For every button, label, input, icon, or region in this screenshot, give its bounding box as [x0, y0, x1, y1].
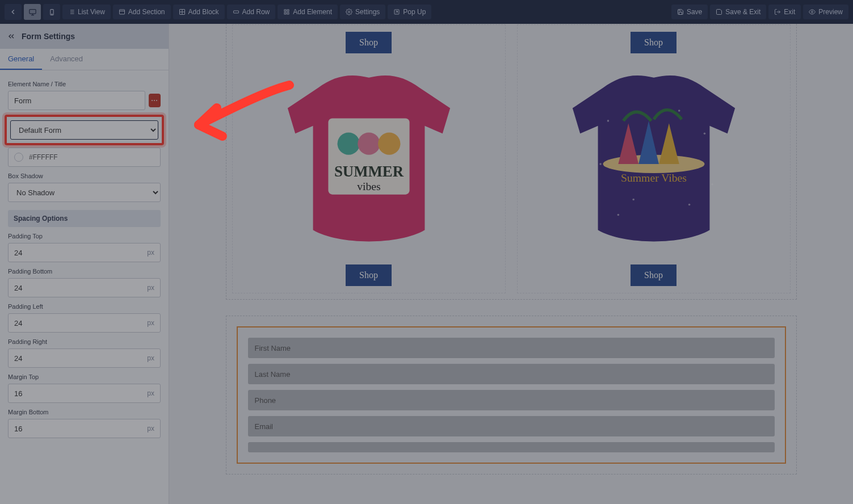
svg-rect-0	[29, 9, 35, 14]
svg-point-15	[358, 132, 380, 154]
padding-top-label: Padding Top	[8, 233, 161, 240]
button-label: Settings	[355, 8, 380, 16]
shop-button[interactable]: Shop	[631, 32, 676, 53]
settings-button[interactable]: Settings	[340, 5, 385, 19]
unit-label: px	[141, 425, 160, 432]
first-name-input[interactable]	[248, 338, 775, 358]
product-image: Summer Vibes	[552, 62, 756, 255]
unit-label: px	[141, 319, 160, 327]
add-section-button[interactable]: Add Section	[113, 5, 171, 19]
product-column[interactable]: Shop Summe	[517, 24, 791, 293]
last-name-input[interactable]	[248, 364, 775, 384]
svg-rect-9	[287, 12, 289, 14]
ellipsis-icon: ⋯	[151, 96, 158, 104]
panel-header: Form Settings	[0, 24, 169, 49]
button-label: Add Section	[128, 8, 165, 16]
svg-rect-6	[284, 10, 286, 11]
save-exit-button[interactable]: Save & Exit	[710, 5, 766, 19]
svg-point-26	[711, 183, 713, 186]
save-exit-icon	[716, 9, 722, 15]
preview-button[interactable]: Preview	[803, 5, 848, 19]
element-name-input[interactable]	[8, 91, 145, 110]
chevron-left-double-icon[interactable]	[7, 32, 16, 41]
shop-button[interactable]: Shop	[346, 264, 392, 286]
list-view-button[interactable]: List View	[62, 5, 111, 19]
box-shadow-label: Box Shadow	[8, 173, 161, 179]
form-field-stub	[248, 442, 775, 452]
form-select[interactable]: Default Form	[10, 120, 158, 140]
mobile-view-button[interactable]	[43, 4, 60, 20]
arrow-left-icon	[9, 8, 17, 16]
bg-color-input[interactable]: #FFFFFF	[8, 148, 161, 167]
list-icon	[68, 9, 75, 15]
color-swatch-icon	[14, 153, 23, 162]
svg-rect-7	[287, 10, 289, 11]
button-label: Add Block	[188, 8, 219, 16]
form-section[interactable]	[226, 316, 797, 474]
button-label: Add Row	[242, 8, 270, 16]
popup-icon	[393, 9, 400, 15]
list-view-label: List View	[78, 8, 105, 16]
shop-button[interactable]: Shop	[631, 264, 676, 286]
element-more-button[interactable]: ⋯	[149, 94, 161, 107]
popup-button[interactable]: Pop Up	[388, 5, 431, 19]
top-toolbar: List View Add Section Add Block Add Row …	[0, 0, 853, 24]
exit-button[interactable]: Exit	[768, 5, 801, 19]
product-column[interactable]: Shop SUMMER vibes Shop	[232, 24, 506, 293]
svg-rect-3	[119, 10, 124, 14]
svg-point-10	[348, 11, 350, 13]
margin-top-input[interactable]	[9, 389, 141, 398]
svg-text:SUMMER: SUMMER	[334, 163, 404, 180]
email-input[interactable]	[248, 416, 775, 436]
add-block-button[interactable]: Add Block	[173, 5, 225, 19]
section-icon	[119, 9, 125, 15]
button-label: Preview	[818, 8, 843, 16]
svg-point-25	[599, 163, 602, 165]
svg-point-12	[812, 11, 813, 13]
margin-bottom-input[interactable]	[9, 425, 141, 433]
desktop-icon	[28, 8, 37, 16]
svg-point-2	[52, 14, 52, 14]
form-element[interactable]	[237, 326, 786, 464]
tab-advanced[interactable]: Advanced	[42, 49, 91, 70]
shop-button[interactable]: Shop	[346, 32, 392, 53]
tab-general[interactable]: General	[0, 49, 42, 70]
padding-bottom-label: Padding Bottom	[8, 268, 161, 275]
svg-text:Summer Vibes: Summer Vibes	[621, 171, 687, 184]
unit-label: px	[141, 389, 160, 397]
form-select-highlight: Default Form	[5, 115, 164, 145]
unit-label: px	[141, 249, 160, 257]
desktop-view-button[interactable]	[24, 4, 41, 20]
button-label: Pop Up	[403, 8, 426, 16]
phone-input[interactable]	[248, 390, 775, 410]
margin-bottom-label: Margin Bottom	[8, 409, 161, 415]
add-element-button[interactable]: Add Element	[278, 5, 338, 19]
mobile-icon	[48, 9, 56, 16]
exit-icon	[774, 9, 781, 15]
svg-point-23	[678, 110, 680, 112]
padding-left-label: Padding Left	[8, 303, 161, 310]
padding-left-input[interactable]	[9, 319, 141, 327]
margin-top-label: Margin Top	[8, 373, 161, 380]
settings-tabs: General Advanced	[0, 49, 169, 70]
padding-right-input[interactable]	[9, 354, 141, 363]
eye-icon	[809, 9, 816, 15]
svg-point-22	[617, 214, 619, 216]
bg-color-value: #FFFFFF	[29, 153, 58, 161]
button-label: Save	[687, 8, 702, 16]
back-button[interactable]	[5, 4, 22, 20]
svg-point-16	[378, 132, 400, 154]
svg-text:vibes: vibes	[357, 180, 381, 192]
save-button[interactable]: Save	[671, 5, 708, 19]
svg-point-19	[607, 120, 609, 122]
padding-top-input[interactable]	[9, 249, 141, 257]
spacing-heading: Spacing Options	[8, 210, 161, 227]
padding-bottom-input[interactable]	[9, 284, 141, 292]
button-label: Save & Exit	[725, 8, 760, 16]
padding-right-label: Padding Right	[8, 338, 161, 345]
unit-label: px	[141, 354, 160, 362]
box-shadow-select[interactable]: No Shadow	[8, 183, 161, 202]
add-row-button[interactable]: Add Row	[227, 5, 276, 19]
svg-point-14	[337, 132, 359, 154]
product-row: Shop SUMMER vibes Shop	[226, 24, 797, 300]
